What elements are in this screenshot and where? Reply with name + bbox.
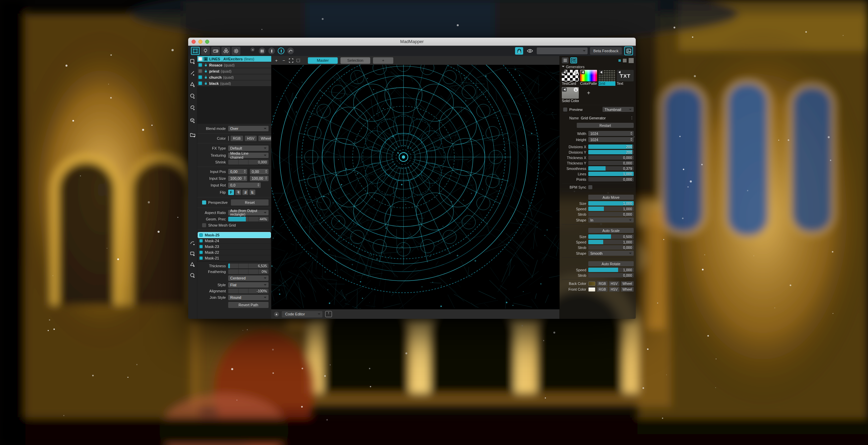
hsv-button[interactable]: HSV <box>245 136 257 141</box>
show-mesh-grid-checkbox[interactable] <box>202 223 206 227</box>
input-pos-x-stepper[interactable]: 0,00 <box>228 169 247 174</box>
snap-magnet-toggle[interactable] <box>515 47 523 55</box>
join-style-dropdown[interactable]: Round <box>228 295 269 300</box>
projector-output-button[interactable] <box>211 47 220 55</box>
front-hsv-button[interactable]: HSV <box>609 287 619 292</box>
back-color-swatch[interactable] <box>588 282 595 286</box>
flip-none-button[interactable]: F <box>228 190 234 195</box>
settings-gear-button[interactable] <box>232 47 240 55</box>
cut-cue-button[interactable] <box>268 47 275 54</box>
auto-move-strob-slider[interactable]: 0,000 <box>588 212 634 216</box>
layer-row-priest[interactable]: priest (quad) <box>197 68 271 74</box>
mask-visibility-checkbox[interactable] <box>199 251 203 254</box>
blend-mode-dropdown[interactable]: Over <box>228 126 269 131</box>
layer-visibility-checkbox[interactable] <box>198 57 202 61</box>
front-wheel-button[interactable]: Wheel <box>621 287 634 292</box>
list-view-icon[interactable] <box>562 57 569 63</box>
geom-prec-slider[interactable]: 44% <box>228 217 269 221</box>
layer-row-lines[interactable]: LINES _AVExciters (lines) <box>197 56 271 62</box>
texturing-dropdown[interactable]: Media Line chained <box>228 153 269 158</box>
layer-visibility-checkbox[interactable] <box>198 69 202 73</box>
feather-mode-dropdown[interactable]: Centered <box>228 275 269 281</box>
beta-feedback-button[interactable]: Beta Feedback <box>590 47 622 55</box>
layer-visibility-checkbox[interactable] <box>198 75 202 79</box>
feathering-slider[interactable]: 0% <box>228 269 269 274</box>
add-curve-mask-button[interactable] <box>189 239 196 246</box>
auto-scale-shape-dropdown[interactable]: Smooth <box>588 251 634 256</box>
thumbnail-view-icon[interactable] <box>570 57 577 63</box>
auto-move-shape-dropdown[interactable]: In <box>588 217 634 222</box>
play-icon[interactable] <box>580 70 585 74</box>
layer-row-church[interactable]: church (quad) <box>197 74 271 80</box>
restart-button[interactable]: Restart <box>577 123 634 128</box>
height-stepper[interactable]: 1024 <box>588 137 634 142</box>
fixtures-tool-button[interactable] <box>201 47 210 55</box>
active-cue-button[interactable] <box>278 47 284 54</box>
visibility-eye-toggle[interactable] <box>526 47 534 55</box>
input-rot-stepper[interactable]: 0,0 <box>228 182 261 188</box>
add-rect-mask-button[interactable] <box>189 250 196 257</box>
panel-size-medium-toggle[interactable] <box>623 59 627 62</box>
mask-row[interactable]: Mask-24 <box>198 238 271 244</box>
auto-scale-speed-slider[interactable]: 1,000 <box>588 240 634 244</box>
layer-visibility-checkbox[interactable] <box>198 81 202 85</box>
title-bar[interactable]: MadMapper <box>188 38 636 46</box>
perspective-checkbox[interactable] <box>202 200 206 205</box>
mapping-preview[interactable] <box>271 65 559 309</box>
auto-move-size-slider[interactable]: 1,000 <box>588 201 634 206</box>
wheel-button[interactable]: Wheel <box>258 136 271 141</box>
flip-vertical-button[interactable]: F <box>250 190 255 195</box>
mask-visibility-checkbox[interactable] <box>199 239 203 243</box>
add-triangle-surface-button[interactable] <box>189 81 196 88</box>
mask-visibility-checkbox[interactable] <box>199 256 203 260</box>
layer-visibility-checkbox[interactable] <box>198 63 202 67</box>
reset-button[interactable]: Reset <box>231 199 269 206</box>
lines-slider[interactable]: 1,000 <box>588 172 634 176</box>
add-3d-object-button[interactable] <box>189 117 196 124</box>
frame-selection-icon[interactable] <box>296 58 300 63</box>
mask-visibility-checkbox[interactable] <box>199 245 203 248</box>
auto-scale-size-slider[interactable]: 0,500 <box>588 234 634 239</box>
panel-collapse-button[interactable]: ◂ <box>251 47 255 52</box>
scenes-cubes-button[interactable] <box>221 47 230 55</box>
play-icon[interactable] <box>562 70 567 74</box>
input-size-x-stepper[interactable]: 100,00 <box>228 176 247 181</box>
layer-row-black[interactable]: black (quad) <box>197 80 271 86</box>
generators-section-header[interactable]: Generators <box>562 64 634 69</box>
auto-move-speed-slider[interactable]: 1,000 <box>588 207 634 211</box>
back-wheel-button[interactable]: Wheel <box>621 281 634 286</box>
auto-scale-strob-slider[interactable]: 0,000 <box>588 245 634 250</box>
lock-icon[interactable] <box>203 63 208 67</box>
fx-type-dropdown[interactable]: Default <box>228 146 269 151</box>
lock-icon[interactable] <box>203 69 208 73</box>
add-quad-surface-button[interactable] <box>189 58 196 65</box>
add-line-surface-button[interactable] <box>189 70 196 76</box>
style-dropdown[interactable]: Flat <box>228 282 269 288</box>
divisions-x-slider[interactable]: 200 <box>588 144 634 149</box>
lock-icon[interactable] <box>203 75 208 79</box>
preset-dropdown[interactable] <box>537 47 588 54</box>
shrink-slider[interactable]: 0,000 <box>228 160 269 165</box>
generator-grid[interactable]: Grid <box>598 70 615 86</box>
mask-row[interactable]: Mask-22 <box>198 250 271 255</box>
fade-cue-button[interactable] <box>287 47 294 54</box>
alignment-slider[interactable]: -100% <box>228 289 269 293</box>
divisions-y-slider[interactable]: 200 <box>588 150 634 154</box>
zoom-in-icon[interactable]: + <box>274 58 279 63</box>
auto-move-header[interactable]: Auto Move <box>588 195 634 200</box>
panel-size-large-toggle[interactable] <box>629 58 634 63</box>
preview-checkbox[interactable] <box>563 108 567 112</box>
pause-cue-button[interactable] <box>259 47 265 54</box>
expand-editor-button[interactable]: ▲ <box>274 312 279 317</box>
surface-color-swatch[interactable] <box>228 136 229 141</box>
points-slider[interactable]: 0,000 <box>588 177 634 181</box>
generator-text[interactable]: TXT Text <box>617 70 634 86</box>
back-hsv-button[interactable]: HSV <box>609 281 619 286</box>
revert-path-button[interactable]: Revert Path <box>228 302 269 308</box>
thickness-slider[interactable]: 6,535 <box>228 264 269 268</box>
mask-visibility-checkbox[interactable] <box>199 233 203 237</box>
lock-icon[interactable] <box>203 57 208 61</box>
bpm-sync-checkbox[interactable] <box>588 185 592 189</box>
zoom-out-icon[interactable]: − <box>281 58 286 63</box>
lock-icon[interactable] <box>203 81 208 85</box>
